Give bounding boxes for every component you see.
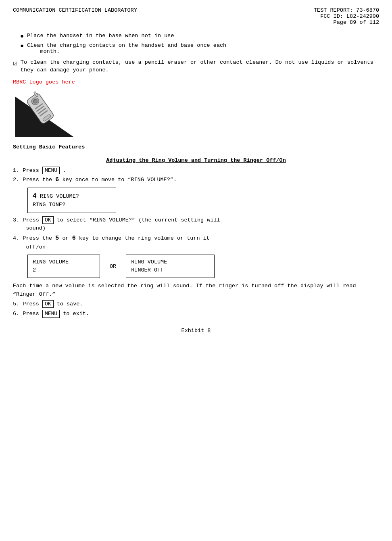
bullet-dot: ● <box>20 42 24 50</box>
list-item: ● Clean the charging contacts on the han… <box>20 42 379 54</box>
phone-svg <box>13 88 77 141</box>
step-num: 2. Press the 6 key once to move to “RING… <box>13 177 177 183</box>
display-boxes-row: RING VOLUME 2 OR RING VOLUME RINGER OFF <box>27 255 379 278</box>
ok-button-box-1: OK <box>42 216 54 224</box>
rbrc-logo-label: RBRC Logo goes here <box>13 79 379 85</box>
step-5: 5. Press OK to save. <box>13 300 379 308</box>
step-4: 4. Press the 5 or 6 key to change the ri… <box>13 234 379 251</box>
note-icon: ☑ <box>13 58 17 67</box>
page-header: COMMUNICATION CERTIFICATION LABORATORY T… <box>13 7 379 25</box>
note-text: To clean the charging contacts, use a pe… <box>21 58 379 74</box>
or-label: OR <box>110 263 116 269</box>
step-6: 6. Press MENU to exit. <box>13 310 379 318</box>
exhibit-footer: Exhibit 8 <box>13 328 379 334</box>
note-block: ☑ To clean the charging contacts, use a … <box>13 58 379 74</box>
header-right: TEST REPORT: 73-6870FCC ID: L82-242900Pa… <box>314 7 379 25</box>
section-heading: Setting Basic Features <box>13 144 379 150</box>
ring-volume-value: 2 <box>33 266 95 274</box>
display-line1: 4 RING VOLUME? <box>33 191 111 201</box>
sub-heading: Adjusting the Ring Volume and Turning th… <box>13 157 379 163</box>
ok-button-box-2: OK <box>42 300 54 308</box>
ring-volume-label: RING VOLUME <box>33 258 95 266</box>
body-text: Each time a new volume is selected the r… <box>13 282 379 299</box>
phone-image <box>13 88 77 141</box>
step-3: 3. Press OK to select “RING VOLUME?” (th… <box>13 216 379 233</box>
step-text: . <box>63 167 66 173</box>
menu-button-box-2: MENU <box>42 310 60 318</box>
bullet-dot: ● <box>20 33 24 41</box>
display-box-right: RING VOLUME RINGER OFF <box>126 255 215 278</box>
bullet-text: Place the handset in the base when not i… <box>27 33 174 39</box>
ringer-off-line1: RING VOLUME <box>131 258 209 266</box>
bullet-list: ● Place the handset in the base when not… <box>20 33 379 54</box>
list-item: ● Place the handset in the base when not… <box>20 33 379 41</box>
step-1: 1. Press MENU . <box>13 167 379 175</box>
menu-button-box: MENU <box>42 167 60 175</box>
step-2: 2. Press the 6 key once to move to “RING… <box>13 175 379 185</box>
display-box-1: 4 RING VOLUME? RING TONE? <box>27 188 379 213</box>
header-left: COMMUNICATION CERTIFICATION LABORATORY <box>13 7 137 13</box>
display-box-left: RING VOLUME 2 <box>27 255 100 278</box>
display-line2: RING TONE? <box>33 201 111 209</box>
ringer-off-line2: RINGER OFF <box>131 266 209 274</box>
bullet-text: Clean the charging contacts on the hands… <box>27 42 226 54</box>
step-num: 1. Press <box>13 167 42 173</box>
